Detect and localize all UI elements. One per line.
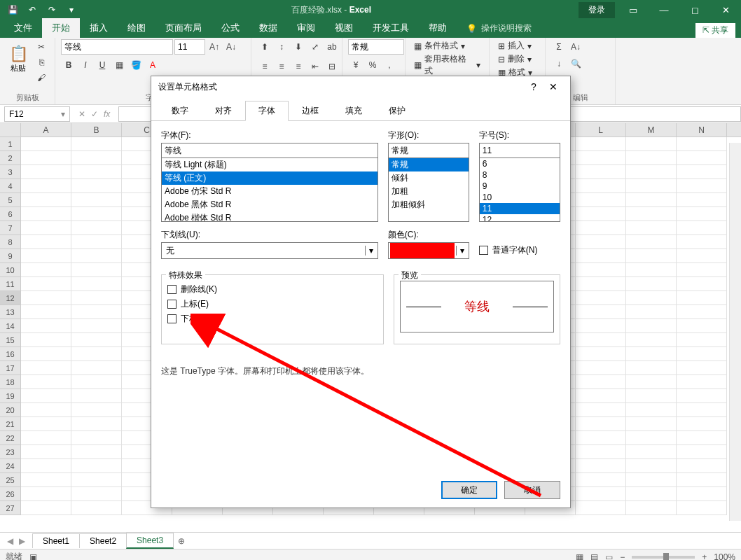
copy-icon[interactable]: ⎘ (34, 55, 49, 70)
tab-view[interactable]: 视图 (325, 18, 363, 38)
cell[interactable] (677, 207, 727, 221)
cell[interactable] (576, 235, 626, 249)
cell[interactable] (576, 221, 626, 235)
fx-icon[interactable]: fx (104, 109, 110, 119)
cell[interactable] (21, 473, 71, 487)
cell[interactable] (21, 193, 71, 207)
font-name-combo[interactable]: 等线 (61, 39, 173, 55)
cell[interactable] (576, 179, 626, 193)
wrap-text-icon[interactable]: ab (324, 39, 340, 55)
cell[interactable] (21, 333, 71, 347)
share-button[interactable]: ⇱ 共享 (695, 23, 735, 38)
cell[interactable] (576, 249, 626, 263)
cell[interactable] (71, 431, 122, 445)
row-header[interactable]: 5 (0, 193, 21, 207)
col-header[interactable]: B (71, 123, 122, 136)
cell[interactable] (677, 179, 727, 193)
cell[interactable] (677, 431, 727, 445)
cell[interactable] (576, 263, 626, 277)
delete-cells-button[interactable]: ⊟ 删除 ▾ (495, 52, 534, 66)
cell[interactable] (677, 221, 727, 235)
decrease-indent-icon[interactable]: ⇤ (307, 59, 323, 74)
cell[interactable] (677, 333, 727, 347)
cell[interactable] (677, 137, 727, 151)
row-header[interactable]: 17 (0, 361, 21, 375)
zoom-level[interactable]: 100% (714, 552, 735, 561)
tab-layout[interactable]: 页面布局 (155, 18, 212, 38)
dialog-titlebar[interactable]: 设置单元格格式 ? ✕ (151, 76, 570, 97)
cell[interactable] (626, 403, 677, 417)
cell[interactable] (626, 347, 677, 361)
cancel-formula-icon[interactable]: ✕ (78, 109, 85, 119)
row-header[interactable]: 2 (0, 151, 21, 165)
fill-color-icon[interactable]: 🪣 (128, 57, 144, 73)
cell[interactable] (576, 305, 626, 319)
cell[interactable] (677, 151, 727, 165)
cell[interactable] (71, 235, 122, 249)
cell[interactable] (677, 459, 727, 473)
cell[interactable] (677, 361, 727, 375)
dialog-close-icon[interactable]: ✕ (543, 81, 563, 92)
row-header[interactable]: 23 (0, 445, 21, 459)
cell[interactable] (21, 305, 71, 319)
cell[interactable] (71, 389, 122, 403)
cell[interactable] (576, 207, 626, 221)
cell[interactable] (626, 221, 677, 235)
cell[interactable] (576, 389, 626, 403)
undo-icon[interactable]: ↶ (24, 1, 41, 18)
font-size-input[interactable] (479, 143, 560, 158)
cell[interactable] (626, 235, 677, 249)
cell[interactable] (677, 389, 727, 403)
cut-icon[interactable]: ✂ (34, 39, 49, 55)
redo-icon[interactable]: ↷ (43, 1, 60, 18)
cell[interactable] (576, 151, 626, 165)
cell[interactable] (21, 207, 71, 221)
cell[interactable] (21, 375, 71, 389)
cell[interactable] (626, 207, 677, 221)
cell[interactable] (21, 403, 71, 417)
row-header[interactable]: 14 (0, 319, 21, 333)
cell[interactable] (71, 445, 122, 459)
cell[interactable] (576, 431, 626, 445)
cell[interactable] (71, 165, 122, 179)
cell[interactable] (71, 221, 122, 235)
cell[interactable] (626, 179, 677, 193)
cell[interactable] (626, 193, 677, 207)
cell[interactable] (626, 249, 677, 263)
tell-me-search[interactable]: 💡 操作说明搜索 (457, 19, 541, 38)
dlg-tab-border[interactable]: 边框 (289, 101, 332, 121)
cell[interactable] (21, 347, 71, 361)
select-all-corner[interactable] (0, 123, 21, 136)
cell[interactable] (576, 417, 626, 431)
sheet-tab[interactable]: Sheet3 (126, 533, 174, 549)
cell[interactable] (21, 151, 71, 165)
cell[interactable] (626, 333, 677, 347)
dlg-tab-protection[interactable]: 保护 (375, 101, 419, 121)
ok-button[interactable]: 确定 (441, 481, 497, 499)
cell[interactable] (626, 277, 677, 291)
cell[interactable] (576, 277, 626, 291)
cell[interactable] (677, 249, 727, 263)
cell[interactable] (677, 473, 727, 487)
row-header[interactable]: 26 (0, 487, 21, 501)
increase-font-icon[interactable]: A↑ (207, 39, 222, 55)
cell[interactable] (71, 193, 122, 207)
font-size-combo[interactable]: 11 (174, 39, 205, 55)
row-header[interactable]: 3 (0, 165, 21, 179)
tab-developer[interactable]: 开发工具 (363, 18, 419, 38)
save-icon[interactable]: 💾 (4, 1, 21, 18)
cell[interactable] (626, 389, 677, 403)
tab-home[interactable]: 开始 (42, 18, 80, 38)
cell[interactable] (576, 487, 626, 501)
cell[interactable] (21, 221, 71, 235)
cell[interactable] (71, 417, 122, 431)
font-style-input[interactable] (388, 143, 469, 158)
row-header[interactable]: 1 (0, 137, 21, 151)
cell[interactable] (677, 487, 727, 501)
cell[interactable] (626, 305, 677, 319)
comma-icon[interactable]: , (382, 57, 397, 73)
view-break-icon[interactable]: ▭ (605, 552, 613, 561)
cell[interactable] (21, 277, 71, 291)
dlg-tab-number[interactable]: 数字 (158, 101, 202, 121)
normal-font-checkbox[interactable]: 普通字体(N) (479, 244, 538, 256)
